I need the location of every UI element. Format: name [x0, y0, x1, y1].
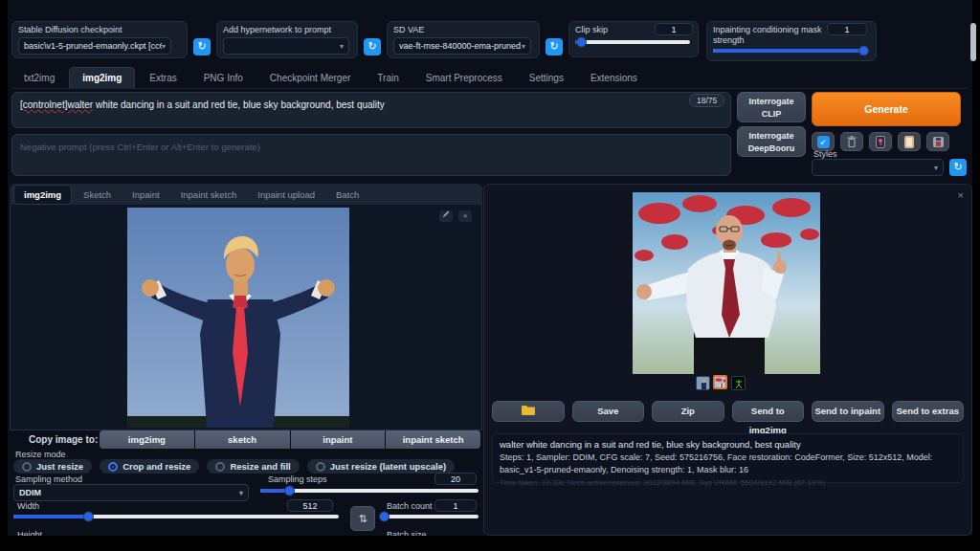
height-label: Height [17, 530, 42, 536]
edit-image-icon[interactable] [439, 210, 453, 222]
resize-option-resize-and-fill[interactable]: Resize and fill [207, 459, 299, 474]
copy-to-sketch-button[interactable]: sketch [195, 430, 290, 449]
resize-mode-label: Resize mode [15, 450, 66, 459]
gallery-thumbnail-controlnet[interactable] [731, 376, 746, 390]
remove-image-icon[interactable]: × [458, 210, 472, 222]
sampling-method-dropdown[interactable]: DDIM ▾ [13, 484, 249, 501]
subtab-batch[interactable]: Batch [326, 186, 368, 204]
copy-image-to-label: Copy image to: [29, 434, 98, 445]
gallery-thumbnail-result[interactable] [713, 375, 727, 389]
tab-extensions[interactable]: Extensions [578, 68, 650, 88]
option-label: Resize and fill [230, 461, 290, 472]
tab-txt2img[interactable]: txt2img [11, 68, 67, 88]
swap-width-height-button[interactable]: ⇅ [350, 506, 375, 531]
clipboard-glyph [904, 136, 914, 148]
tab-smart-preprocess[interactable]: Smart Preprocess [413, 68, 515, 88]
tab-settings[interactable]: Settings [517, 68, 576, 88]
prompt-textarea[interactable]: [controlnet]walter white dancing in a su… [11, 92, 731, 128]
refresh-styles-button[interactable]: ↻ [949, 159, 967, 176]
batch-size-label: Batch size [387, 530, 427, 536]
subtab-img2img[interactable]: img2img [13, 185, 72, 205]
save-button[interactable]: Save [572, 401, 645, 422]
copy-to-inpaint-button[interactable]: inpaint [291, 430, 386, 449]
info-stats: Time taken: 10.33s Torch active/reserved… [500, 478, 956, 487]
result-image[interactable] [633, 192, 820, 374]
folder-icon [522, 405, 535, 415]
subtab-inpaint[interactable]: Inpaint [122, 186, 169, 204]
close-results-icon[interactable]: × [958, 189, 964, 201]
send-to-inpaint-button[interactable]: Send to inpaint [812, 401, 884, 422]
tab-extras[interactable]: Extras [137, 68, 189, 88]
styles-dropdown[interactable]: ▾ [812, 159, 944, 176]
option-label: Just resize [36, 461, 83, 472]
chevron-down-icon: ▾ [934, 164, 938, 172]
output-panel: × [483, 184, 972, 536]
radio-icon [215, 462, 225, 472]
option-label: Just resize (latent upscale) [330, 461, 446, 472]
sampling-method-label: Sampling method [15, 474, 82, 484]
width-slider[interactable] [13, 515, 339, 518]
interrogate-deepbooru-button[interactable]: Interrogate DeepBooru [737, 126, 806, 157]
prompt-text-marked: [controlnet]walter [20, 99, 93, 110]
resize-mode-options: Just resize Crop and resize Resize and f… [13, 459, 455, 474]
clear-prompt-icon[interactable] [840, 132, 863, 151]
info-params: Steps: 1, Sampler: DDIM, CFG scale: 7, S… [500, 452, 956, 475]
batch-count-label: Batch count [387, 501, 433, 511]
tab-train[interactable]: Train [365, 68, 411, 88]
width-label: Width [17, 501, 39, 511]
batch-count-value[interactable]: 1 [434, 499, 477, 512]
output-button-row: Save Zip Send to img2img Send to inpaint… [492, 401, 964, 422]
source-image[interactable] [127, 208, 349, 428]
resize-option-latent-upscale[interactable]: Just resize (latent upscale) [307, 459, 455, 474]
tab-img2img[interactable]: img2img [69, 67, 135, 88]
subtab-inpaint-sketch[interactable]: Inpaint sketch [171, 186, 247, 204]
tab-png-info[interactable]: PNG Info [191, 68, 256, 88]
zip-button[interactable]: Zip [652, 401, 724, 422]
resize-option-crop-and-resize[interactable]: Crop and resize [100, 459, 199, 474]
styles-label: Styles [813, 149, 837, 159]
apply-style-icon[interactable] [898, 132, 921, 151]
subtab-inpaint-upload[interactable]: Inpaint upload [248, 186, 324, 204]
tab-checkpoint-merger[interactable]: Checkpoint Merger [257, 68, 363, 88]
chevron-down-icon: ▾ [239, 489, 243, 497]
resize-option-just-resize[interactable]: Just resize [13, 459, 92, 474]
option-label: Crop and resize [122, 461, 190, 472]
sampling-steps-value[interactable]: 20 [434, 473, 477, 485]
copy-to-inpaint-sketch-button[interactable]: inpaint sketch [386, 430, 480, 449]
paste-arrow-glyph: ↙ [817, 136, 830, 148]
floppy-glyph [933, 137, 944, 147]
send-to-img2img-button[interactable]: Send to img2img [732, 401, 805, 422]
copy-to-img2img-button[interactable]: img2img [100, 430, 194, 449]
negative-prompt-placeholder: Negative prompt (press Ctrl+Enter or Alt… [20, 142, 260, 152]
sampling-method-value: DDIM [19, 488, 41, 497]
interrogate-deepbooru-label1: Interrogate [738, 130, 805, 143]
sampling-steps-label: Sampling steps [268, 474, 327, 484]
paste-icon[interactable]: ↙ [812, 132, 835, 151]
extra-networks-icon[interactable] [869, 132, 892, 151]
radio-icon [316, 462, 325, 472]
send-to-extras-button[interactable]: Send to extras [892, 401, 965, 422]
generate-button[interactable]: Generate [812, 92, 961, 126]
radio-icon [22, 462, 32, 472]
token-counter: 18/75 [689, 94, 724, 107]
trash-glyph [847, 136, 857, 147]
sampling-steps-slider[interactable] [260, 489, 479, 493]
save-style-icon[interactable] [926, 132, 949, 151]
batch-count-slider[interactable] [383, 515, 479, 518]
interrogate-clip-button[interactable]: Interrogate CLIP [737, 92, 806, 122]
info-prompt: walter white dancing in a suit and red t… [500, 439, 956, 450]
subtab-sketch[interactable]: Sketch [74, 186, 121, 204]
source-image-dropzone[interactable]: × [10, 205, 482, 430]
negative-prompt-textarea[interactable]: Negative prompt (press Ctrl+Enter or Alt… [11, 134, 731, 176]
webui-main: txt2img img2img Extras PNG Info Checkpoi… [8, 0, 972, 536]
prompt-text: white dancing in a suit and red tie, blu… [93, 99, 385, 110]
radio-selected-icon [108, 462, 118, 472]
width-value[interactable]: 512 [287, 499, 333, 512]
interrogate-clip-label1: Interrogate [738, 96, 805, 108]
main-tab-bar: txt2img img2img Extras PNG Info Checkpoi… [11, 67, 969, 89]
app-window: Stable Diffusion checkpoint basic\v1-5-p… [0, 0, 980, 551]
generation-info: walter white dancing in a suit and red t… [492, 433, 964, 483]
gallery-thumbnail-source[interactable] [696, 376, 710, 390]
open-folder-button[interactable] [492, 401, 565, 422]
card-glyph [876, 136, 885, 148]
